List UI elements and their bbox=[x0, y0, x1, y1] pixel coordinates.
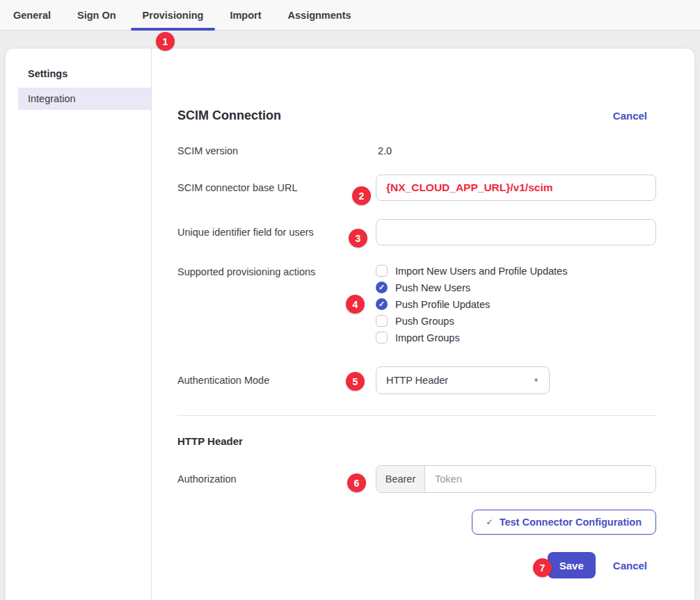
checkbox-import-groups[interactable] bbox=[376, 332, 388, 343]
sidebar-header: Settings bbox=[6, 68, 151, 79]
test-connector-button-label: Test Connector Configuration bbox=[500, 517, 642, 528]
base-url-row: SCIM connector base URL bbox=[177, 175, 656, 201]
tab-general-label: General bbox=[13, 10, 51, 21]
token-input[interactable] bbox=[425, 466, 655, 492]
save-button[interactable]: Save bbox=[548, 552, 596, 578]
tab-assignments-label: Assignments bbox=[288, 10, 351, 21]
checkbox-label: Import Groups bbox=[395, 332, 460, 343]
step-badge-2: 2 bbox=[352, 186, 371, 205]
tab-provisioning[interactable]: Provisioning bbox=[129, 0, 217, 30]
scim-version-value: 2.0 bbox=[376, 145, 656, 156]
checkbox-label: Push Groups bbox=[395, 316, 454, 327]
checkbox-push-profile-updates[interactable] bbox=[376, 298, 388, 310]
scim-version-row: SCIM version 2.0 bbox=[177, 145, 656, 156]
authentication-mode-select[interactable]: HTTP Header ▼ bbox=[376, 366, 550, 394]
tab-provisioning-label: Provisioning bbox=[143, 10, 204, 21]
check-icon: ✓ bbox=[486, 517, 493, 527]
provisioning-actions-group: Import New Users and Profile Updates Pus… bbox=[376, 265, 656, 348]
tab-sign-on-label: Sign On bbox=[77, 10, 116, 21]
section-divider bbox=[177, 415, 656, 416]
heading-row: SCIM Connection Cancel bbox=[177, 108, 656, 123]
scim-version-label: SCIM version bbox=[177, 145, 376, 156]
authorization-row: Authorization Bearer bbox=[177, 465, 656, 493]
step-badge-5: 5 bbox=[346, 372, 365, 391]
unique-id-label: Unique identifier field for users bbox=[177, 227, 376, 238]
base-url-label: SCIM connector base URL bbox=[177, 182, 376, 193]
step-badge-6: 6 bbox=[347, 473, 366, 492]
checkbox-label: Push Profile Updates bbox=[395, 299, 490, 310]
step-badge-7: 7 bbox=[533, 558, 552, 577]
tab-general[interactable]: General bbox=[0, 0, 64, 30]
tab-assignments[interactable]: Assignments bbox=[275, 0, 365, 30]
cancel-link-top[interactable]: Cancel bbox=[613, 110, 647, 122]
chevron-down-icon: ▼ bbox=[533, 377, 539, 384]
footer-actions-row: Save Cancel bbox=[177, 552, 656, 578]
checkbox-push-groups[interactable] bbox=[376, 315, 388, 327]
test-connector-button[interactable]: ✓ Test Connector Configuration bbox=[472, 510, 656, 535]
bearer-prefix: Bearer bbox=[376, 466, 425, 492]
unique-id-row: Unique identifier field for users bbox=[177, 219, 656, 245]
checkbox-row-push-new-users[interactable]: Push New Users bbox=[376, 282, 656, 293]
authorization-input-group: Bearer bbox=[376, 465, 656, 493]
tab-bar: General Sign On Provisioning Import Assi… bbox=[0, 0, 700, 31]
authorization-label: Authorization bbox=[177, 473, 376, 485]
checkbox-label: Import New Users and Profile Updates bbox=[395, 266, 567, 277]
provisioning-actions-row: Supported provisioning actions Import Ne… bbox=[177, 265, 656, 348]
auth-mode-row: Authentication Mode HTTP Header ▼ bbox=[177, 366, 656, 394]
provisioning-actions-label: Supported provisioning actions bbox=[177, 265, 376, 277]
app-root: General Sign On Provisioning Import Assi… bbox=[0, 0, 700, 600]
step-badge-3: 3 bbox=[349, 229, 367, 248]
tab-sign-on[interactable]: Sign On bbox=[64, 0, 129, 30]
content-area: SCIM Connection Cancel SCIM version 2.0 … bbox=[152, 49, 694, 600]
checkbox-row-push-groups[interactable]: Push Groups bbox=[376, 315, 656, 327]
test-connector-row: ✓ Test Connector Configuration bbox=[177, 510, 656, 535]
base-url-input[interactable] bbox=[376, 175, 656, 201]
page-title: SCIM Connection bbox=[177, 108, 281, 123]
checkbox-row-push-profile-updates[interactable]: Push Profile Updates bbox=[376, 298, 656, 310]
step-badge-1: 1 bbox=[156, 32, 175, 51]
unique-id-input[interactable] bbox=[376, 219, 656, 245]
cancel-link-bottom[interactable]: Cancel bbox=[613, 560, 647, 571]
http-header-section-title: HTTP Header bbox=[177, 435, 656, 447]
checkbox-import-users[interactable] bbox=[376, 265, 388, 277]
active-tab-indicator bbox=[131, 28, 216, 31]
main-panel: Settings Integration SCIM Connection Can… bbox=[6, 49, 694, 600]
checkbox-row-import-groups[interactable]: Import Groups bbox=[376, 332, 656, 343]
checkbox-push-new-users[interactable] bbox=[376, 282, 388, 293]
step-badge-4: 4 bbox=[346, 295, 365, 314]
tab-import[interactable]: Import bbox=[216, 0, 274, 30]
checkbox-row-import-users[interactable]: Import New Users and Profile Updates bbox=[376, 265, 656, 277]
tab-import-label: Import bbox=[230, 10, 261, 21]
sidebar: Settings Integration bbox=[6, 49, 152, 600]
sidebar-item-integration[interactable]: Integration bbox=[18, 88, 151, 110]
authentication-mode-value: HTTP Header bbox=[386, 375, 448, 386]
checkbox-label: Push New Users bbox=[395, 282, 470, 293]
